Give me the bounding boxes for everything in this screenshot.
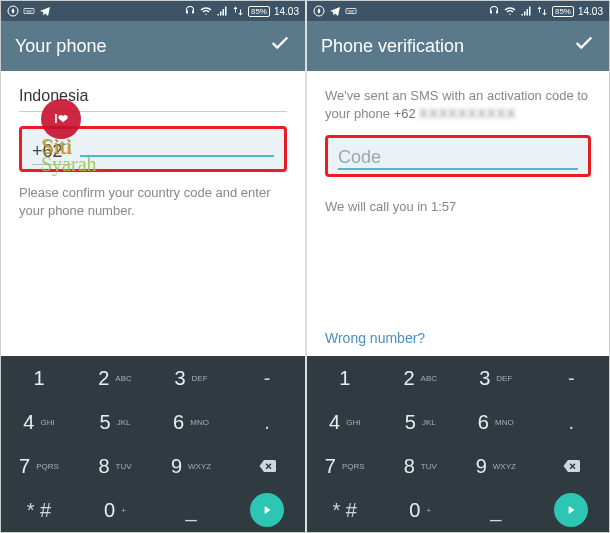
call-countdown: We will call you in 1:57 [325,199,591,214]
key-3[interactable]: 3DEF [458,356,534,400]
confirm-button[interactable] [573,32,595,60]
key-8[interactable]: 8TUV [383,444,459,488]
key-[interactable]: * # [1,488,77,532]
telegram-icon [39,5,51,17]
key-1[interactable]: 1 [1,356,77,400]
key-digit: 2 [403,367,414,390]
key-7[interactable]: 7PQRS [1,444,77,488]
key-letters: GHI [40,418,54,427]
status-bar: 85% 14.03 [307,1,609,21]
key-go[interactable] [534,488,610,532]
battery-icon: 85% [248,6,270,17]
status-left [7,5,51,17]
key-[interactable]: _ [458,488,534,532]
wifi-icon [504,5,516,17]
key-1[interactable]: 1 [307,356,383,400]
info-text: Please confirm your country code and ent… [19,184,287,220]
key-backspace[interactable] [229,444,305,488]
key-digit: 4 [23,411,34,434]
key-go[interactable] [229,488,305,532]
key-digit: 2 [98,367,109,390]
signal-icon [216,5,228,17]
watermark-heart: I❤ [54,112,67,126]
key-digit: 7 [325,455,336,478]
key-2[interactable]: 2ABC [77,356,153,400]
key-[interactable]: . [534,400,610,444]
wrong-number-link[interactable]: Wrong number? [325,330,425,346]
key-[interactable]: - [229,356,305,400]
phone-number-input[interactable] [80,137,274,157]
key-5[interactable]: 5JKL [77,400,153,444]
battery-icon: 85% [552,6,574,17]
key-[interactable]: . [229,400,305,444]
key-digit: 9 [476,455,487,478]
key-[interactable]: * # [307,488,383,532]
go-icon [554,493,588,527]
svg-rect-9 [348,10,349,11]
key-letters: GHI [346,418,360,427]
key-digit: . [568,411,574,434]
keyboard-icon [23,5,35,17]
key-digit: 8 [404,455,415,478]
key-letters: DEF [496,374,512,383]
compass-icon [313,5,325,17]
key-letters: TUV [421,462,437,471]
key-digit: 3 [479,367,490,390]
key-digit: . [264,411,270,434]
page-title: Your phone [15,36,106,57]
key-digit: 7 [19,455,30,478]
code-input[interactable]: Code [338,146,578,170]
key-[interactable]: _ [153,488,229,532]
country-code-input[interactable]: +62 [32,141,72,165]
key-digit: 1 [33,367,44,390]
key-0[interactable]: 0+ [383,488,459,532]
svg-rect-11 [352,10,353,11]
key-backspace[interactable] [534,444,610,488]
key-5[interactable]: 5JKL [383,400,459,444]
status-time: 14.03 [274,6,299,17]
key-digit: 1 [339,367,350,390]
header: Phone verification [307,21,609,71]
key-digit: 5 [100,411,111,434]
key-digit: * # [27,499,51,522]
svg-rect-2 [26,10,27,11]
key-digit: 0 [409,499,420,522]
key-digit: 0 [104,499,115,522]
key-6[interactable]: 6MNO [153,400,229,444]
content-area: We've sent an SMS with an activation cod… [307,71,609,356]
key-letters: PQRS [36,462,59,471]
screen-your-phone: 85% 14.03 Your phone Indonesia +62 Pleas… [1,1,305,532]
key-digit: 9 [171,455,182,478]
key-6[interactable]: 6MNO [458,400,534,444]
key-digit: _ [490,499,501,522]
key-9[interactable]: 9WXYZ [153,444,229,488]
header: Your phone [1,21,305,71]
confirm-button[interactable] [269,32,291,60]
key-0[interactable]: 0+ [77,488,153,532]
key-9[interactable]: 9WXYZ [458,444,534,488]
key-7[interactable]: 7PQRS [307,444,383,488]
key-8[interactable]: 8TUV [77,444,153,488]
key-letters: WXYZ [188,462,211,471]
key-4[interactable]: 4GHI [1,400,77,444]
key-2[interactable]: 2ABC [383,356,459,400]
compass-icon [7,5,19,17]
country-selector[interactable]: Indonesia [19,87,287,112]
data-icon [232,5,244,17]
key-letters: TUV [116,462,132,471]
key-[interactable]: - [534,356,610,400]
key-digit: - [264,367,271,390]
headset-icon [488,5,500,17]
key-letters: MNO [495,418,514,427]
dual-screenshot: 85% 14.03 Your phone Indonesia +62 Pleas… [0,0,610,533]
key-4[interactable]: 4GHI [307,400,383,444]
key-letters: WXYZ [493,462,516,471]
status-bar: 85% 14.03 [1,1,305,21]
key-3[interactable]: 3DEF [153,356,229,400]
key-digit: 6 [478,411,489,434]
svg-rect-10 [350,10,351,11]
key-digit: 5 [405,411,416,434]
telegram-icon [329,5,341,17]
key-letters: DEF [192,374,208,383]
key-digit: 6 [173,411,184,434]
